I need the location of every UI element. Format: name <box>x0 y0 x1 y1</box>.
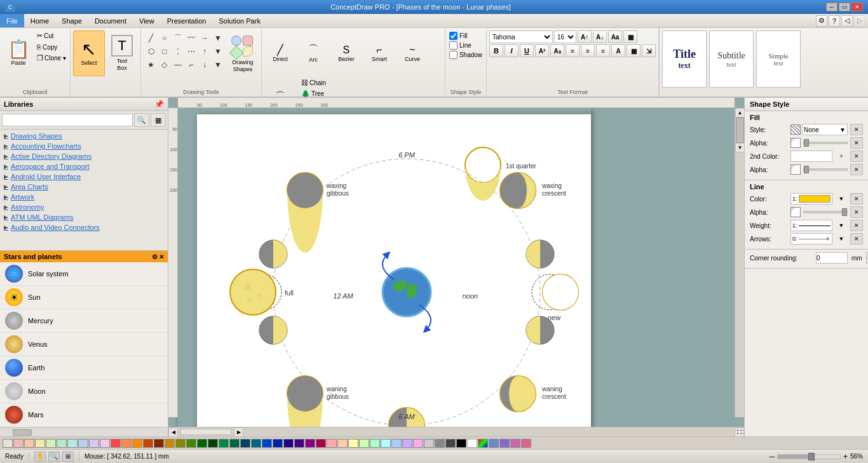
swatch-blue1[interactable] <box>78 439 88 448</box>
smart-button[interactable]: ⌐ Smart <box>363 30 395 76</box>
drawing-shapes-button[interactable]: DrawingShapes <box>227 30 259 76</box>
swatch-lightpurple[interactable] <box>402 439 412 448</box>
swatch-orange2[interactable] <box>132 439 142 448</box>
shape-rect[interactable]: □ <box>158 45 171 58</box>
swatch-white[interactable] <box>467 439 477 448</box>
scroll-left-btn[interactable]: ◀ <box>168 427 178 437</box>
swatch-darkblue1[interactable] <box>240 439 250 448</box>
shape-more[interactable]: ▼ <box>212 32 224 44</box>
font-aa-btn[interactable]: Aa <box>608 30 622 43</box>
shape-dash[interactable]: — <box>172 58 184 71</box>
swatch-cornflower[interactable] <box>489 439 499 448</box>
weight-reset-btn[interactable]: ✕ <box>850 220 863 231</box>
second-alpha-slider[interactable] <box>803 168 848 171</box>
swatch-medpurple[interactable] <box>499 439 510 448</box>
horizontal-scrollbar[interactable]: ◀ ▶ ⛶ <box>168 427 744 436</box>
restore-btn[interactable]: ▭ <box>839 3 850 11</box>
line-color-dropdown[interactable]: ▼ <box>835 193 848 205</box>
direct-button[interactable]: ╱ Direct <box>264 30 296 76</box>
swatch-violet[interactable] <box>294 439 304 448</box>
swatch-rose[interactable] <box>521 439 531 448</box>
menu-shape[interactable]: Shape <box>55 14 88 27</box>
line-alpha-slider[interactable] <box>803 211 848 213</box>
swatch-indigo[interactable] <box>283 439 294 448</box>
planet-item-moon[interactable]: Moon <box>0 380 168 403</box>
alpha-reset-btn[interactable]: ✕ <box>850 137 863 149</box>
planet-item-solar[interactable]: 🌐 Solar system <box>0 262 168 286</box>
zoom-in-btn[interactable]: + <box>843 452 848 461</box>
tree-astronomy[interactable]: ▶ Astronomy <box>1 202 166 212</box>
weight-input[interactable]: 1: <box>790 220 832 231</box>
swatch-lightyellow[interactable] <box>348 439 358 448</box>
second-alpha-thumb[interactable] <box>804 166 809 173</box>
swatch-black[interactable] <box>456 439 466 448</box>
align-left-btn[interactable]: ≡ <box>566 44 580 57</box>
select-button[interactable]: ↖ Select <box>73 30 105 76</box>
menu-file[interactable]: File <box>0 14 24 27</box>
swatch-pink1[interactable] <box>13 439 24 448</box>
swatch-gradient[interactable] <box>478 439 488 448</box>
paste-button[interactable]: 📋 Paste <box>3 30 34 76</box>
swatch-green1[interactable] <box>46 439 56 448</box>
line-checkbox[interactable] <box>449 41 458 50</box>
title-style-box[interactable]: Title text <box>662 30 707 88</box>
swatch-purple1[interactable] <box>89 439 99 448</box>
swatch-lightgreen2[interactable] <box>370 439 380 448</box>
zoom-out-btn[interactable]: ─ <box>769 452 775 461</box>
shape-line[interactable]: ╱ <box>145 32 158 44</box>
second-color-reset-btn[interactable]: ✕ <box>850 151 863 162</box>
subtitle-style-box[interactable]: Subtitle text <box>709 30 754 88</box>
view-button[interactable]: ▦ <box>151 113 166 127</box>
align-right-btn[interactable]: ≡ <box>596 44 610 57</box>
menu-home[interactable]: Home <box>24 14 55 27</box>
underline-btn[interactable]: U <box>520 44 534 57</box>
fill-checkbox[interactable] <box>449 32 458 40</box>
swatch-lightcyan[interactable] <box>381 439 391 448</box>
clone-button[interactable]: ❐ Clone ▾ <box>36 53 67 64</box>
swatch-darkgreen3[interactable] <box>208 439 218 448</box>
shape-dot-line[interactable]: ⁚ <box>172 45 184 58</box>
swatch-lightorange[interactable] <box>337 439 348 448</box>
panel-settings-btn[interactable]: ⚙ <box>152 253 158 260</box>
copy-button[interactable]: ⎘ Copy <box>36 42 67 52</box>
swatch-yellow1[interactable] <box>35 439 45 448</box>
swatch-olive[interactable] <box>175 439 186 448</box>
shape-arrow-right[interactable]: → <box>198 32 211 44</box>
swatch-darkgreen2[interactable] <box>197 439 207 448</box>
pin-button[interactable]: 📌 <box>154 100 164 109</box>
swatch-lightgreen1[interactable] <box>359 439 369 448</box>
simple-style-box[interactable]: Simple text <box>756 30 801 88</box>
arc-button[interactable]: ⌒ Arc <box>297 30 329 76</box>
swatch-brown1[interactable] <box>143 439 153 448</box>
tree-aerospace[interactable]: ▶ Aerospace and Transport <box>1 161 166 171</box>
zoom-thumb[interactable] <box>808 453 815 460</box>
cut-button[interactable]: ✂ Cut <box>36 30 67 41</box>
fill-reset-btn[interactable]: ✕ <box>850 124 863 135</box>
fit-page-btn[interactable]: ⊞ <box>62 452 74 462</box>
search-input[interactable] <box>2 114 133 126</box>
shadow-checkbox[interactable] <box>449 51 458 59</box>
font-select[interactable]: Tahoma <box>489 30 553 43</box>
shape-curved[interactable]: ⌐ <box>185 58 198 71</box>
swatch-darkgreen1[interactable] <box>186 439 196 448</box>
scroll-right-btn[interactable]: ▶ <box>234 427 243 437</box>
arrows-reset-btn[interactable]: ✕ <box>850 233 863 245</box>
fill-style-combo[interactable]: None ▼ <box>802 124 848 135</box>
menu-presentation[interactable]: Presentation <box>161 14 213 27</box>
shape-dots[interactable]: ⋯ <box>185 45 198 58</box>
second-alpha-reset-btn[interactable]: ✕ <box>850 164 863 175</box>
textbox-button[interactable]: T TextBox <box>106 30 138 76</box>
second-color-input[interactable] <box>790 151 832 162</box>
scroll-thumb-h[interactable] <box>180 429 231 435</box>
swatch-gray[interactable] <box>435 439 445 448</box>
hand-tool-btn[interactable]: ✋ <box>34 452 46 462</box>
weight-dropdown[interactable]: ▼ <box>835 220 848 231</box>
arrows-input[interactable]: 0: <box>790 233 832 245</box>
sidebar-horizontal-scrollbar[interactable] <box>0 427 168 436</box>
swatch-beige[interactable] <box>3 439 13 448</box>
diagram-canvas[interactable]: 1st quarter waxing gibbous <box>178 108 591 427</box>
swatch-blue2[interactable] <box>262 439 272 448</box>
swatch-lightgray[interactable] <box>424 439 434 448</box>
swatch-red1[interactable] <box>111 439 121 448</box>
menu-document[interactable]: Document <box>88 14 133 27</box>
